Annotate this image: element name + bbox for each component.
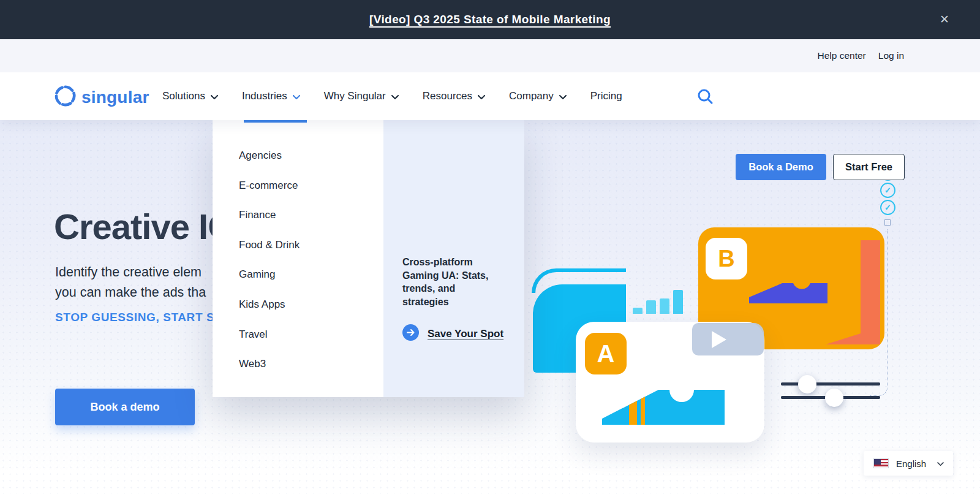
hero-eyebrow-text: STOP GUESSING, START SC <box>55 311 224 324</box>
nav-item-pricing[interactable]: Pricing <box>590 90 622 102</box>
nav-item-industries[interactable]: Industries <box>242 89 300 103</box>
chevron-down-icon <box>391 91 399 103</box>
menu-item-travel[interactable]: Travel <box>239 320 383 350</box>
industries-menu: Agencies E-commerce Finance Food & Drink… <box>213 120 383 397</box>
nav-label: Why Singular <box>324 90 386 102</box>
login-link[interactable]: Log in <box>878 50 904 61</box>
hero-body-text: Identify the creative elem you can make … <box>55 262 206 303</box>
video-thumbnail[interactable] <box>692 323 764 355</box>
badge-b-letter: B <box>718 246 734 272</box>
slider-handle[interactable] <box>798 375 816 393</box>
chevron-down-icon <box>937 458 944 469</box>
page: [Video] Q3 2025 State of Mobile Marketin… <box>0 0 980 494</box>
search-icon[interactable] <box>697 88 714 107</box>
mini-bar <box>633 308 643 314</box>
nav-items: Solutions Industries Why Singular Resour… <box>162 72 622 120</box>
nav-item-resources[interactable]: Resources <box>423 89 485 103</box>
menu-item-food-drink[interactable]: Food & Drink <box>239 230 383 260</box>
book-a-demo-button[interactable]: Book a Demo <box>736 154 826 180</box>
logo-swirl-icon <box>54 85 77 110</box>
promo-banner-link[interactable]: [Video] Q3 2025 State of Mobile Marketin… <box>0 0 980 39</box>
badge-a: A <box>585 333 627 374</box>
chevron-down-icon <box>293 91 300 103</box>
mini-bar <box>646 300 656 314</box>
slider-track <box>781 382 880 386</box>
nav-item-solutions[interactable]: Solutions <box>162 89 218 103</box>
nav-label: Pricing <box>590 90 622 102</box>
chevron-down-icon <box>478 91 485 103</box>
main-nav: singular Solutions Industries Why Singul… <box>0 72 980 120</box>
menu-item-kids-apps[interactable]: Kids Apps <box>239 290 383 320</box>
menu-item-web3[interactable]: Web3 <box>239 349 383 379</box>
help-center-link[interactable]: Help center <box>818 50 866 61</box>
start-free-button[interactable]: Start Free <box>833 154 905 180</box>
nav-label: Company <box>509 90 554 102</box>
badge-b: B <box>706 238 747 279</box>
slider-handle[interactable] <box>825 389 843 407</box>
indigo-wedge-shape <box>749 279 827 303</box>
us-flag-icon <box>873 458 889 468</box>
hero-book-demo-button[interactable]: Book a demo <box>55 389 195 425</box>
language-selector[interactable]: English <box>864 451 953 476</box>
utility-bar: Help center Log in <box>0 39 980 72</box>
close-icon[interactable]: ✕ <box>940 12 949 27</box>
chevron-down-icon <box>211 91 218 103</box>
check-glyph: ✓ <box>884 203 891 212</box>
dropdown-promo-panel: Cross-platform Gaming UA: Stats, trends,… <box>383 120 524 397</box>
promo-banner: [Video] Q3 2025 State of Mobile Marketin… <box>0 0 980 39</box>
save-your-spot-link[interactable]: Save Your Spot <box>402 324 506 343</box>
checkmark-icon: ✓ <box>880 183 895 198</box>
nav-item-why-singular[interactable]: Why Singular <box>324 89 399 103</box>
hero-body-line2: you can make the ads tha <box>55 283 206 303</box>
mini-bar <box>660 298 669 314</box>
menu-item-ecommerce[interactable]: E-commerce <box>239 171 383 201</box>
nav-label: Solutions <box>162 90 205 102</box>
save-your-spot-label: Save Your Spot <box>428 328 503 340</box>
menu-item-agencies[interactable]: Agencies <box>239 141 383 171</box>
badge-a-letter: A <box>597 340 615 368</box>
logo-wordmark: singular <box>81 88 149 107</box>
chevron-down-icon <box>559 91 567 103</box>
mini-bar <box>673 290 683 314</box>
active-nav-underline <box>244 120 307 123</box>
nav-label: Industries <box>242 90 287 102</box>
menu-item-finance[interactable]: Finance <box>239 200 383 230</box>
play-icon <box>712 331 726 348</box>
hero-heading: Creative IQ <box>54 206 235 247</box>
connector-node <box>884 219 891 226</box>
language-label: English <box>896 458 926 469</box>
coral-ribbon-shape <box>826 240 887 349</box>
nav-item-company[interactable]: Company <box>509 89 567 103</box>
checkmark-icon: ✓ <box>880 200 895 215</box>
industries-dropdown: Agencies E-commerce Finance Food & Drink… <box>213 120 524 397</box>
hero-body-line1: Identify the creative elem <box>55 262 206 283</box>
check-glyph: ✓ <box>884 186 891 195</box>
nav-label: Resources <box>423 90 472 102</box>
brand-logo[interactable]: singular <box>54 85 149 110</box>
arrow-right-icon <box>402 324 419 343</box>
promo-title: Cross-platform Gaming UA: Stats, trends,… <box>402 256 503 308</box>
menu-item-gaming[interactable]: Gaming <box>239 260 383 290</box>
cyan-wedge-shape <box>602 387 725 425</box>
